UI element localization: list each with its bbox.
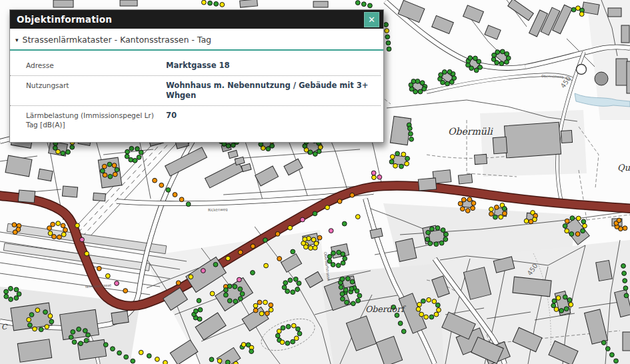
attribute-value: Wohnhaus m. Nebennutzung / Gebäude mit 3… xyxy=(163,81,375,101)
map-label-oberdorf: Oberdorf xyxy=(365,304,406,314)
attribute-label: Adresse xyxy=(26,61,163,70)
section-accent-rule xyxy=(10,49,383,51)
attribute-table: Adresse Marktgasse 18 Nutzungsart Wohnha… xyxy=(10,56,383,134)
map-label-qu: Qu xyxy=(617,163,630,173)
close-icon: ✕ xyxy=(368,15,375,24)
street-label-rickenweg: Rickenweg xyxy=(208,207,228,213)
attribute-label: Nutzungsart xyxy=(26,81,163,90)
popup-titlebar[interactable]: Objektinformation ✕ xyxy=(10,10,383,29)
collapse-arrow-icon: ▾ xyxy=(15,37,19,43)
attribute-label: Lärmbelastung (Immissionspegel Lr) Tag [… xyxy=(26,111,163,129)
table-row-nutzungsart: Nutzungsart Wohnhaus m. Nebennutzung / G… xyxy=(10,75,381,105)
popup-body: ▾ Strassenlärmkataster - Kantonsstrassen… xyxy=(10,29,383,142)
street-label-obermueliweg: Obermüliweg xyxy=(541,74,564,79)
roundabout xyxy=(577,65,587,75)
section-header[interactable]: ▾ Strassenlärmkataster - Kantonsstrassen… xyxy=(10,29,383,49)
popup-title: Objektinformation xyxy=(17,14,112,25)
object-info-popup: Objektinformation ✕ ▾ Strassenlärmkatast… xyxy=(9,9,384,143)
table-row-laermbelastung: Lärmbelastung (Immissionspegel Lr) Tag [… xyxy=(10,105,381,134)
section-title: Strassenlärmkataster - Kantonsstrassen -… xyxy=(23,35,211,45)
table-row-adresse: Adresse Marktgasse 18 xyxy=(10,56,381,75)
attribute-value: Marktgasse 18 xyxy=(163,61,230,71)
close-button[interactable]: ✕ xyxy=(364,12,379,27)
attribute-value: 70 xyxy=(163,111,177,121)
map-label-obermueli: Obermüli xyxy=(448,126,493,137)
